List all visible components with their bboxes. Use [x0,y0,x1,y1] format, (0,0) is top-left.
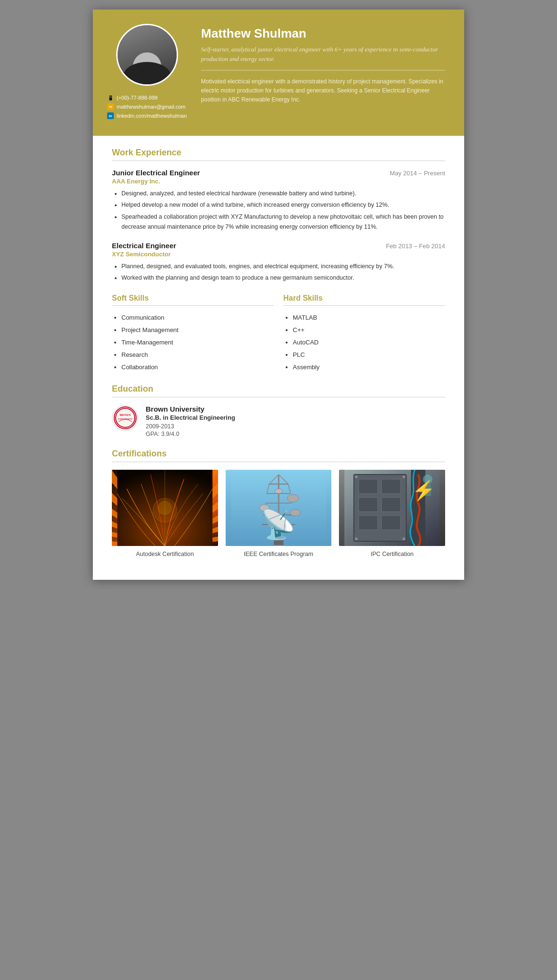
job-2-title: Electrical Engineer [112,242,176,250]
cert-image-1 [112,470,218,546]
svg-point-18 [259,505,269,511]
job-1-title: Junior Electrical Engineer [112,169,200,177]
svg-point-32 [403,475,406,478]
candidate-name: Matthew Shulman [201,26,445,41]
work-experience-title: Work Experience [112,148,445,158]
cert-label-2: IEEE Certificates Program [244,551,313,557]
list-item: Assembly [293,361,445,374]
hard-skills-divider [283,305,445,306]
linkedin-icon: in [107,112,114,119]
job-1-company: AAA Energy Inc. [112,178,445,185]
svg-point-35 [423,475,433,484]
contact-phone: 📱 (+00)-77-888-999 [107,94,187,101]
list-item: Helped develop a new model of a wind tur… [121,200,445,210]
soft-skills-list: Communication Project Management Time-Ma… [112,312,274,374]
contact-linkedin: in linkedin.com/matthewshulman [107,112,187,119]
resume-document: 📱 (+00)-77-888-999 ✉ matthewshulman@gmai… [93,10,464,580]
education-title: Education [112,384,445,394]
contact-info: 📱 (+00)-77-888-999 ✉ matthewshulman@gmai… [107,94,187,121]
certifications-divider [112,462,445,462]
main-content: Work Experience Junior Electrical Engine… [93,136,464,580]
list-item: C++ [293,324,445,336]
list-item: Communication [121,312,274,324]
job-1-dates: May 2014 – Present [390,170,445,177]
job-2: Electrical Engineer Feb 2013 – Feb 2014 … [112,242,445,283]
header-right: Matthew Shulman Self-starter, analytical… [201,24,445,105]
job-2-dates: Feb 2013 – Feb 2014 [386,242,445,250]
svg-point-17 [287,495,298,502]
cert-image-2 [226,470,332,546]
university-logo-inner: BROWN UNIVERSITY [114,406,137,429]
svg-rect-27 [382,479,401,494]
hard-skills-column: Hard Skills MATLAB C++ AutoCAD PLC Assem… [283,294,445,374]
soft-skills-title: Soft Skills [112,294,274,303]
job-1-header: Junior Electrical Engineer May 2014 – Pr… [112,169,445,177]
job-2-bullets: Planned, designed, and evaluated tools, … [112,262,445,283]
svg-rect-26 [359,515,378,530]
education-section: Education BROWN UNIVERSITY Brown Univers… [112,384,445,438]
header-divider [201,70,445,71]
header-section: 📱 (+00)-77-888-999 ✉ matthewshulman@gmai… [93,10,464,136]
svg-rect-36 [425,484,431,496]
list-item: Worked with the planning and design team… [121,273,445,283]
phone-icon: 📱 [107,94,114,101]
svg-point-19 [290,509,300,516]
contact-email: ✉ matthewshulman@gmail.com [107,103,187,110]
soft-skills-column: Soft Skills Communication Project Manage… [112,294,274,374]
cert-item-1: Autodesk Certification [112,470,218,557]
list-item: Research [121,349,274,361]
list-item: Time-Management [121,336,274,349]
education-years: 2009-2013 [146,423,235,430]
list-item: Collaboration [121,361,274,374]
job-1: Junior Electrical Engineer May 2014 – Pr… [112,169,445,232]
header-left: 📱 (+00)-77-888-999 ✉ matthewshulman@gmai… [107,24,187,121]
svg-rect-28 [382,497,401,512]
cert-image-3 [339,470,445,546]
svg-point-31 [355,475,358,478]
email-icon: ✉ [107,103,114,110]
hard-skills-title: Hard Skills [283,294,445,303]
svg-point-5 [158,501,172,515]
work-experience-section: Work Experience Junior Electrical Engine… [112,148,445,283]
cert-item-3: IPC Certification [339,470,445,557]
svg-point-34 [403,537,406,540]
university-name: Brown University [146,405,235,413]
list-item: Designed, analyzed, and tested electrica… [121,189,445,199]
svg-point-33 [355,537,358,540]
certifications-title: Certifications [112,449,445,459]
education-divider [112,397,445,397]
svg-point-20 [275,489,282,494]
candidate-tagline: Self-starter, analytical junior electric… [201,45,445,63]
list-item: Project Management [121,324,274,336]
education-details: Brown University Sc.B. in Electrical Eng… [146,405,235,438]
list-item: PLC [293,349,445,361]
list-item: Planned, designed, and evaluated tools, … [121,262,445,272]
education-item: BROWN UNIVERSITY Brown University Sc.B. … [112,405,445,438]
svg-rect-25 [359,497,378,512]
svg-rect-24 [359,479,378,494]
list-item: AutoCAD [293,336,445,349]
job-2-company: XYZ Semiconductor [112,251,445,258]
avatar [116,24,178,86]
certifications-section: Certifications [112,449,445,557]
degree-name: Sc.B. in Electrical Engineering [146,414,235,421]
job-2-header: Electrical Engineer Feb 2013 – Feb 2014 [112,242,445,250]
soft-skills-divider [112,305,274,306]
education-gpa: GPA: 3.9/4.0 [146,431,235,437]
svg-text:BROWN: BROWN [119,414,131,416]
skills-section: Soft Skills Communication Project Manage… [112,294,445,374]
candidate-bio: Motivated electrical engineer with a dem… [201,77,445,105]
list-item: Spearheaded a collaboration project with… [121,212,445,232]
cert-label-1: Autodesk Certification [136,551,194,557]
university-logo: BROWN UNIVERSITY [112,405,138,431]
svg-rect-21 [274,540,283,545]
cert-label-3: IPC Certification [371,551,414,557]
cert-item-2: IEEE Certificates Program [226,470,332,557]
list-item: MATLAB [293,312,445,324]
svg-rect-29 [382,515,401,530]
certifications-grid: Autodesk Certification [112,470,445,557]
svg-rect-30 [411,470,426,546]
work-experience-divider [112,161,445,161]
hard-skills-list: MATLAB C++ AutoCAD PLC Assembly [283,312,445,374]
job-1-bullets: Designed, analyzed, and tested electrica… [112,189,445,232]
